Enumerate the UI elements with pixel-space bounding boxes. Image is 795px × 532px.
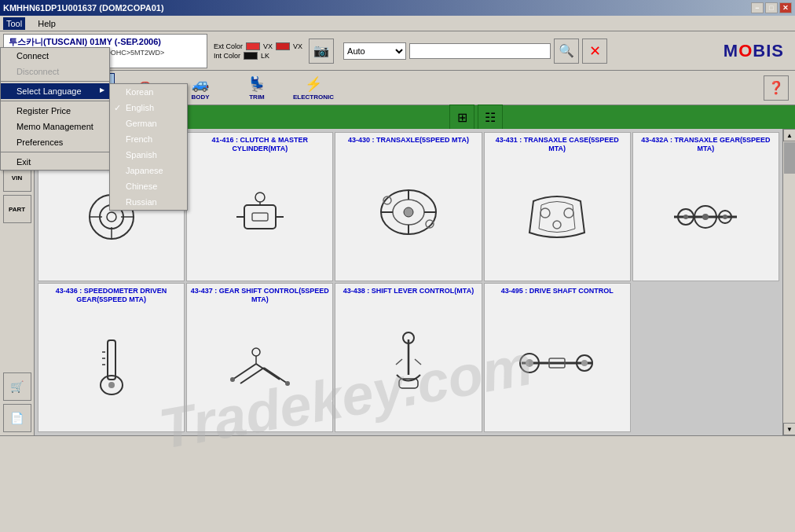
scroll-track[interactable] <box>783 141 795 423</box>
menu-exit[interactable]: Exit <box>1 154 109 170</box>
vertical-scrollbar[interactable]: ▲ ▼ <box>782 129 795 435</box>
help-icon-btn[interactable]: ❓ <box>764 75 789 101</box>
cat-trim[interactable]: 💺 TRIM <box>229 73 284 103</box>
svg-line-49 <box>396 359 402 365</box>
menu-preferences[interactable]: Preferences <box>1 134 109 150</box>
view-toggle-btn1[interactable]: ⊞ <box>449 105 474 130</box>
lang-japanese[interactable]: Japanese <box>110 163 187 178</box>
part-image-43-437 <box>225 307 295 428</box>
cat-electronic[interactable]: ⚡ ELECTRONIC <box>286 73 341 103</box>
ext-color-box-red <box>246 42 260 50</box>
svg-point-55 <box>581 360 588 366</box>
body-icon: 🚙 <box>192 75 209 93</box>
camera-button[interactable]: 📷 <box>309 39 334 64</box>
part-title-43-495: 43-495 : DRIVE SHAFT CONTROL <box>501 287 614 295</box>
ext-color-vx: VX <box>263 42 273 50</box>
search-area: Auto 🔍 <box>343 39 579 64</box>
cat-body-label: BODY <box>191 94 209 101</box>
lang-german[interactable]: German <box>110 116 187 131</box>
part-card-43-495[interactable]: 43-495 : DRIVE SHAFT CONTROL <box>484 283 631 432</box>
ext-color-box-dark <box>276 42 290 50</box>
svg-point-43 <box>285 381 290 386</box>
view-toggle-btn2[interactable]: ☷ <box>478 105 503 130</box>
part-card-43-437[interactable]: 43-437 : GEAR SHIFT CONTROL(5SPEED MTA) <box>186 283 333 432</box>
svg-line-41 <box>264 368 288 383</box>
sidebar-btn-cart[interactable]: 🛒 <box>3 372 31 401</box>
int-color-label: Int Color <box>214 52 240 60</box>
part-card-43-438[interactable]: 43-438 : SHIFT LEVER CONTROL(MTA) <box>335 283 482 432</box>
svg-line-50 <box>415 359 421 365</box>
svg-point-22 <box>540 208 550 218</box>
svg-point-29 <box>683 215 688 219</box>
svg-point-24 <box>553 221 561 229</box>
scroll-thumb[interactable] <box>784 142 795 174</box>
menu-separator-1 <box>1 81 109 82</box>
part-card-43-436[interactable]: 43-436 : SPEEDOMETER DRIVEN GEAR(5SPEED … <box>38 283 185 432</box>
lang-english[interactable]: English <box>110 100 187 116</box>
vehicle-title: 투스카니(TUSCANI) 01MY (-SEP.2006) <box>9 36 202 48</box>
menu-disconnect: Disconnect <box>1 64 109 79</box>
menu-connect[interactable]: Connect <box>1 48 109 64</box>
menu-memo-management[interactable]: Memo Management <box>1 119 109 134</box>
status-bar <box>0 435 795 451</box>
cat-trim-label: TRIM <box>249 94 265 101</box>
part-title-43-431: 43-431 : TRANSAXLE CASE(5SPEED MTA) <box>488 136 627 153</box>
svg-point-23 <box>564 208 573 218</box>
part-card-43-431[interactable]: 43-431 : TRANSAXLE CASE(5SPEED MTA) <box>484 132 631 281</box>
svg-line-40 <box>240 368 264 383</box>
menu-separator-2 <box>1 101 109 101</box>
search-button-main[interactable]: 🔍 <box>554 39 579 64</box>
cat-electronic-label: ELECTRONIC <box>293 94 334 101</box>
svg-point-31 <box>723 215 727 219</box>
maximize-button[interactable]: □ <box>765 2 778 13</box>
part-title-43-438: 43-438 : SHIFT LEVER CONTROL(MTA) <box>343 287 474 295</box>
svg-point-11 <box>255 193 265 202</box>
language-submenu: Korean English German French Spanish Jap… <box>109 83 188 211</box>
scroll-down-btn[interactable]: ▼ <box>783 423 795 435</box>
int-color-lk: LK <box>261 52 269 60</box>
svg-point-30 <box>702 214 709 220</box>
menu-select-language[interactable]: Select Language Korean English German Fr… <box>1 83 109 99</box>
svg-rect-8 <box>252 213 268 221</box>
minimize-button[interactable]: − <box>751 2 764 13</box>
svg-rect-32 <box>108 340 115 380</box>
int-color-row: Int Color LK <box>214 52 302 60</box>
part-title-43-430: 43-430 : TRANSAXLE(5SPEED MTA) <box>348 136 469 145</box>
menu-separator-3 <box>1 152 109 152</box>
sidebar-btn-doc[interactable]: 📄 <box>3 404 31 432</box>
electronic-icon: ⚡ <box>305 75 322 93</box>
menu-bar: Tool Help Connect Disconnect Select Lang… <box>0 16 795 31</box>
svg-point-15 <box>404 207 413 217</box>
lang-korean[interactable]: Korean <box>110 84 187 100</box>
part-image-43-430 <box>373 148 444 277</box>
scroll-up-btn[interactable]: ▲ <box>783 129 795 141</box>
part-title-43-432A: 43-432A : TRANSAXLE GEAR(5SPEED MTA) <box>636 136 775 153</box>
lang-spanish[interactable]: Spanish <box>110 147 187 163</box>
title-bar: KMHHN61DP1U001637 (DOM2COPA01) − □ ✕ <box>0 0 795 16</box>
lang-russian[interactable]: Russian <box>110 194 187 210</box>
menu-help[interactable]: Help <box>35 17 59 30</box>
delete-button[interactable]: ✕ <box>582 39 607 64</box>
part-image-43-431 <box>522 156 592 277</box>
auto-dropdown[interactable]: Auto <box>343 42 406 60</box>
part-card-41-416[interactable]: 41-416 : CLUTCH & MASTER CYLINDER(MTA) <box>186 132 333 281</box>
part-card-43-432A[interactable]: 43-432A : TRANSAXLE GEAR(5SPEED MTA) <box>632 132 779 281</box>
svg-point-42 <box>230 377 235 382</box>
tool-dropdown-menu: Connect Disconnect Select Language Korea… <box>0 47 110 171</box>
lang-french[interactable]: French <box>110 131 187 147</box>
sidebar-btn-part[interactable]: PART <box>3 195 31 223</box>
ext-color-label: Ext Color <box>214 42 243 50</box>
part-title-41-416: 41-416 : CLUTCH & MASTER CYLINDER(MTA) <box>190 136 329 153</box>
ext-color-vx2: VX <box>293 42 302 50</box>
close-button[interactable]: ✕ <box>779 2 792 13</box>
svg-line-39 <box>256 364 280 380</box>
menu-register-price[interactable]: Register Price <box>1 103 109 119</box>
menu-tool[interactable]: Tool <box>3 17 25 30</box>
part-image-43-436 <box>88 307 135 428</box>
part-image-43-438 <box>385 299 432 428</box>
part-card-43-430[interactable]: 43-430 : TRANSAXLE(5SPEED MTA) <box>335 132 482 281</box>
lang-chinese[interactable]: Chinese <box>110 178 187 194</box>
int-color-box <box>244 52 258 60</box>
vin-search-input[interactable] <box>409 43 551 59</box>
mobis-logo: MOBIS <box>724 41 792 61</box>
